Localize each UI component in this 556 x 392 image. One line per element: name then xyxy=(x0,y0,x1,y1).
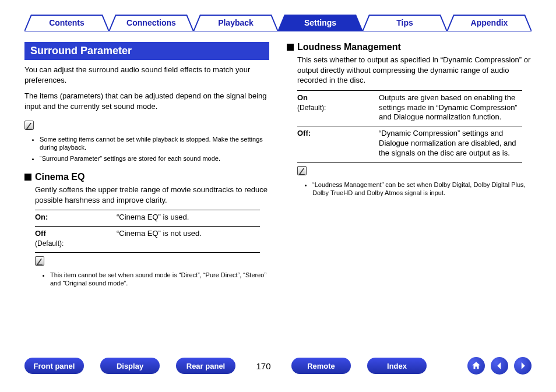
loudness-options-table: On(Default): Outputs are given based on … xyxy=(297,90,522,163)
page-number: 170 xyxy=(252,361,275,371)
tab-label: Appendix xyxy=(471,18,508,27)
top-nav: ContentsConnectionsPlaybackSettingsTipsA… xyxy=(24,14,532,31)
table-row: On: “Cinema EQ” is used. xyxy=(35,210,260,227)
option-value: “Dynamic Compression” settings and Dialo… xyxy=(379,126,522,163)
tab-playback[interactable]: Playback xyxy=(193,14,278,31)
tab-connections[interactable]: Connections xyxy=(109,14,193,31)
cinema-eq-options-table: On: “Cinema EQ” is used. Off(Default): “… xyxy=(35,210,260,253)
table-row: On(Default): Outputs are given based on … xyxy=(297,90,522,126)
front-panel-button[interactable]: Front panel xyxy=(24,358,84,374)
option-key: Off: xyxy=(297,129,311,137)
display-button[interactable]: Display xyxy=(100,358,160,374)
next-page-icon[interactable] xyxy=(514,357,532,375)
tab-label: Contents xyxy=(49,18,85,27)
intro-text-2: The items (parameters) that can be adjus… xyxy=(24,91,269,111)
subheading-cinema-eq: Cinema EQ xyxy=(24,172,269,182)
remote-button[interactable]: Remote xyxy=(291,358,351,374)
option-default: (Default): xyxy=(35,239,64,248)
rear-panel-button[interactable]: Rear panel xyxy=(176,358,235,374)
tab-appendix[interactable]: Appendix xyxy=(447,14,532,31)
tab-label: Connections xyxy=(126,18,176,27)
subheading-desc: This sets whether to output as specified… xyxy=(297,55,532,86)
note-item: This item cannot be set when sound mode … xyxy=(50,271,269,288)
bottom-bar: Front panel Display Rear panel 170 Remot… xyxy=(24,356,532,376)
tab-contents[interactable]: Contents xyxy=(24,14,109,31)
tab-settings[interactable]: Settings xyxy=(278,14,363,31)
note-item: Some setting items cannot be set while p… xyxy=(40,135,269,152)
note-item: “Loudness Management” can be set when Do… xyxy=(312,181,532,197)
note-list-1: Some setting items cannot be set while p… xyxy=(24,135,269,163)
section-title: Surround Parameter xyxy=(24,42,269,60)
option-key: Off xyxy=(35,229,46,238)
option-value: Outputs are given based on enabling the … xyxy=(379,90,522,126)
table-row: Off: “Dynamic Compression” settings and … xyxy=(297,126,522,163)
tab-label: Settings xyxy=(304,18,336,27)
note-item: “Surround Parameter” settings are stored… xyxy=(40,154,269,163)
nav-icons xyxy=(467,357,532,375)
option-key: On xyxy=(297,93,308,102)
tab-label: Playback xyxy=(218,18,254,27)
option-key: On: xyxy=(35,213,48,221)
index-button[interactable]: Index xyxy=(367,358,427,374)
home-icon[interactable] xyxy=(467,357,485,375)
note-list-2: This item cannot be set when sound mode … xyxy=(35,271,269,288)
pencil-icon xyxy=(297,166,307,175)
pencil-icon xyxy=(24,121,34,130)
pencil-icon xyxy=(35,256,44,266)
option-default: (Default): xyxy=(297,104,326,112)
intro-text-1: You can adjust the surround audio sound … xyxy=(24,65,269,85)
prev-page-icon[interactable] xyxy=(491,357,508,375)
left-column: Surround Parameter You can adjust the su… xyxy=(24,42,269,345)
right-column: Loudness Management This sets whether to… xyxy=(287,42,532,345)
note-list-3: “Loudness Management” can be set when Do… xyxy=(297,181,532,197)
option-value: “Cinema EQ” is not used. xyxy=(117,227,260,253)
table-row: Off(Default): “Cinema EQ” is not used. xyxy=(35,227,260,253)
option-value: “Cinema EQ” is used. xyxy=(117,210,260,227)
tab-tips[interactable]: Tips xyxy=(363,14,447,31)
subheading-loudness: Loudness Management xyxy=(287,42,532,52)
subheading-desc: Gently softens the upper treble range of… xyxy=(35,185,269,205)
tab-label: Tips xyxy=(396,18,413,27)
page-body: Surround Parameter You can adjust the su… xyxy=(24,42,532,345)
